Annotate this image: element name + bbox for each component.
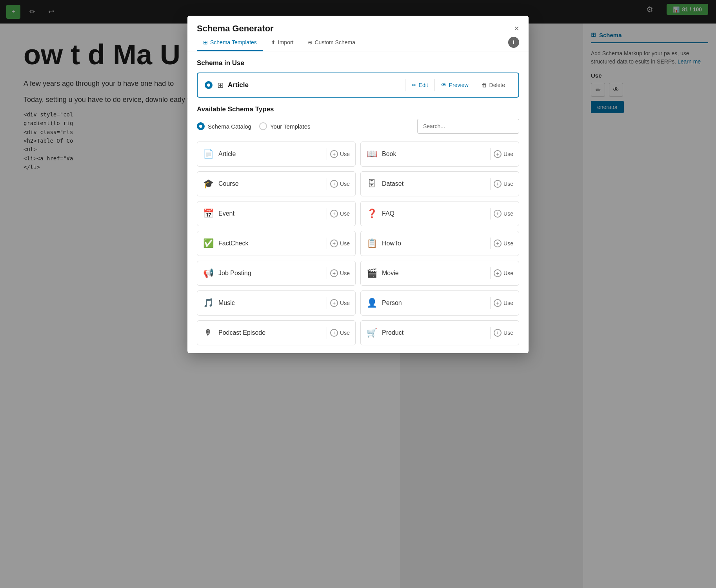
schema-card-podcast[interactable]: 🎙 Podcast Episode + Use bbox=[197, 320, 356, 345]
trash-icon: 🗑 bbox=[482, 82, 487, 88]
schema-search-input[interactable] bbox=[417, 119, 519, 134]
modal-body: Schema in Use ⊞ Article ✏ Edit 👁 Preview… bbox=[187, 51, 529, 353]
article-card-icon: 📄 bbox=[203, 149, 214, 159]
modal-header: Schema Generator × bbox=[187, 16, 529, 34]
schema-card-book[interactable]: 📖 Book + Use bbox=[360, 142, 519, 167]
schema-card-movie[interactable]: 🎬 Movie + Use bbox=[360, 261, 519, 286]
product-plus-icon: + bbox=[494, 329, 502, 337]
article-schema-name: Article bbox=[228, 81, 405, 89]
product-card-icon: 🛒 bbox=[366, 328, 377, 338]
schema-card-person[interactable]: 👤 Person + Use bbox=[360, 290, 519, 316]
factcheck-use-btn[interactable]: + Use bbox=[330, 240, 350, 247]
article-radio-selected[interactable] bbox=[205, 81, 213, 89]
howto-card-icon: 📋 bbox=[366, 238, 377, 249]
course-card-name: Course bbox=[218, 180, 323, 187]
music-card-name: Music bbox=[218, 299, 323, 307]
faq-plus-icon: + bbox=[494, 210, 502, 218]
event-plus-icon: + bbox=[330, 210, 338, 218]
schema-catalog-option[interactable]: Schema Catalog bbox=[197, 122, 251, 130]
person-plus-icon: + bbox=[494, 299, 502, 307]
person-card-icon: 👤 bbox=[366, 298, 377, 308]
divider bbox=[327, 297, 327, 309]
schema-card-course[interactable]: 🎓 Course + Use bbox=[197, 171, 356, 196]
job-card-name: Job Posting bbox=[218, 270, 323, 277]
custom-schema-icon: ⊕ bbox=[308, 39, 313, 45]
music-plus-icon: + bbox=[330, 299, 338, 307]
radio-group: Schema Catalog Your Templates bbox=[197, 122, 310, 130]
divider bbox=[327, 267, 327, 279]
event-card-icon: 📅 bbox=[203, 209, 214, 219]
schema-card-dataset[interactable]: 🗄 Dataset + Use bbox=[360, 171, 519, 196]
product-card-name: Product bbox=[382, 329, 487, 336]
divider bbox=[327, 178, 327, 190]
schema-card-howto[interactable]: 📋 HowTo + Use bbox=[360, 231, 519, 256]
factcheck-card-name: FactCheck bbox=[218, 240, 323, 247]
movie-use-btn[interactable]: + Use bbox=[494, 269, 513, 277]
course-card-icon: 🎓 bbox=[203, 179, 214, 189]
schema-card-article[interactable]: 📄 Article + Use bbox=[197, 142, 356, 167]
article-use-btn[interactable]: + Use bbox=[330, 150, 350, 158]
divider bbox=[490, 208, 491, 220]
tab-custom-schema[interactable]: ⊕ Custom Schema bbox=[302, 34, 362, 51]
movie-card-name: Movie bbox=[382, 270, 487, 277]
preview-eye-icon: 👁 bbox=[441, 82, 447, 88]
divider bbox=[490, 148, 491, 160]
schema-in-use-title: Schema in Use bbox=[197, 59, 519, 67]
divider bbox=[327, 238, 327, 249]
person-use-btn[interactable]: + Use bbox=[494, 299, 513, 307]
book-use-btn[interactable]: + Use bbox=[494, 150, 513, 158]
howto-plus-icon: + bbox=[494, 240, 502, 247]
dataset-card-name: Dataset bbox=[382, 180, 487, 187]
tab-schema-templates[interactable]: ⊞ Schema Templates bbox=[197, 34, 263, 51]
course-plus-icon: + bbox=[330, 180, 338, 188]
info-icon[interactable]: i bbox=[508, 37, 519, 48]
divider bbox=[327, 148, 327, 160]
templates-radio[interactable] bbox=[259, 122, 267, 130]
filter-row: Schema Catalog Your Templates bbox=[197, 119, 519, 134]
preview-schema-button[interactable]: 👁 Preview bbox=[434, 79, 475, 91]
job-plus-icon: + bbox=[330, 269, 338, 277]
dataset-card-icon: 🗄 bbox=[366, 179, 377, 189]
schema-grid: 📄 Article + Use 📖 Book + Use 🎓 bbox=[197, 142, 519, 345]
person-card-name: Person bbox=[382, 299, 487, 307]
schema-card-product[interactable]: 🛒 Product + Use bbox=[360, 320, 519, 345]
card-actions: ✏ Edit 👁 Preview 🗑 Delete bbox=[405, 79, 511, 91]
dataset-use-btn[interactable]: + Use bbox=[494, 180, 513, 188]
delete-schema-button[interactable]: 🗑 Delete bbox=[475, 79, 511, 91]
faq-card-name: FAQ bbox=[382, 210, 487, 217]
schema-card-event[interactable]: 📅 Event + Use bbox=[197, 201, 356, 226]
music-use-btn[interactable]: + Use bbox=[330, 299, 350, 307]
movie-card-icon: 🎬 bbox=[366, 268, 377, 278]
tab-import[interactable]: ⬆ Import bbox=[265, 34, 300, 51]
schema-in-use-card: ⊞ Article ✏ Edit 👁 Preview 🗑 Delete bbox=[197, 73, 519, 98]
schema-generator-modal: Schema Generator × ⊞ Schema Templates ⬆ … bbox=[187, 16, 529, 353]
divider bbox=[490, 178, 491, 190]
schema-card-job-posting[interactable]: 📢 Job Posting + Use bbox=[197, 261, 356, 286]
podcast-plus-icon: + bbox=[330, 329, 338, 337]
edit-schema-button[interactable]: ✏ Edit bbox=[405, 79, 434, 91]
divider bbox=[490, 238, 491, 249]
article-plus-icon: + bbox=[330, 150, 338, 158]
movie-plus-icon: + bbox=[494, 269, 502, 277]
podcast-use-btn[interactable]: + Use bbox=[330, 329, 350, 337]
article-icon: ⊞ bbox=[217, 80, 224, 90]
divider bbox=[327, 327, 327, 339]
product-use-btn[interactable]: + Use bbox=[494, 329, 513, 337]
book-plus-icon: + bbox=[494, 150, 502, 158]
schema-card-faq[interactable]: ❓ FAQ + Use bbox=[360, 201, 519, 226]
faq-use-btn[interactable]: + Use bbox=[494, 210, 513, 218]
schema-card-factcheck[interactable]: ✅ FactCheck + Use bbox=[197, 231, 356, 256]
course-use-btn[interactable]: + Use bbox=[330, 180, 350, 188]
job-use-btn[interactable]: + Use bbox=[330, 269, 350, 277]
event-card-name: Event bbox=[218, 210, 323, 217]
import-icon: ⬆ bbox=[271, 39, 276, 45]
divider bbox=[327, 208, 327, 220]
your-templates-option[interactable]: Your Templates bbox=[259, 122, 311, 130]
music-card-icon: 🎵 bbox=[203, 298, 214, 308]
catalog-radio[interactable] bbox=[197, 122, 205, 130]
schema-card-music[interactable]: 🎵 Music + Use bbox=[197, 290, 356, 316]
modal-close-button[interactable]: × bbox=[514, 24, 519, 33]
howto-use-btn[interactable]: + Use bbox=[494, 240, 513, 247]
event-use-btn[interactable]: + Use bbox=[330, 210, 350, 218]
podcast-card-name: Podcast Episode bbox=[218, 329, 323, 336]
